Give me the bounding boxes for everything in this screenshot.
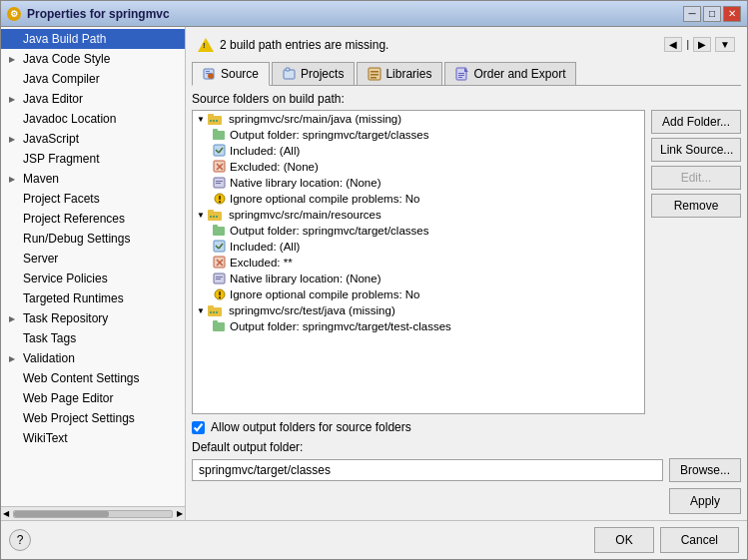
tree-item-label: Output folder: springmvc/target/classes xyxy=(230,225,428,237)
sidebar-item-service-policies[interactable]: Service Policies xyxy=(1,269,185,288)
sidebar-item-maven[interactable]: ▶ Maven xyxy=(1,169,185,189)
sidebar-item-javascript[interactable]: ▶ JavaScript xyxy=(1,129,185,149)
dialog-footer: ? OK Cancel xyxy=(1,520,747,559)
tree-item[interactable]: Ignore optional compile problems: No xyxy=(193,191,644,207)
svg-rect-9 xyxy=(371,77,376,79)
svg-rect-32 xyxy=(219,196,221,200)
compile-problems-icon xyxy=(213,192,227,206)
sidebar-item-validation[interactable]: ▶ Validation xyxy=(1,348,185,368)
sidebar-item-task-repository[interactable]: ▶ Task Repository xyxy=(1,308,185,328)
sidebar-item-web-content-settings[interactable]: Web Content Settings xyxy=(1,368,185,388)
tree-item[interactable]: Output folder: springmvc/target/classes xyxy=(193,127,644,143)
tree-item[interactable]: Output folder: springmvc/target/classes xyxy=(193,223,644,239)
tree-item[interactable]: Output folder: springmvc/target/test-cla… xyxy=(193,318,644,334)
tree-item[interactable]: Native library location: (None) xyxy=(193,175,644,191)
sidebar-item-web-page-editor[interactable]: Web Page Editor xyxy=(1,388,185,408)
maximize-button[interactable]: □ xyxy=(703,6,721,22)
output-folder-label: Default output folder: xyxy=(192,440,741,454)
sidebar-item-java-editor[interactable]: ▶ Java Editor xyxy=(1,89,185,109)
tab-projects[interactable]: Projects xyxy=(272,62,355,85)
order-export-tab-icon xyxy=(455,67,469,81)
toggle-icon: ▼ xyxy=(197,211,205,220)
tree-item[interactable]: Included: (All) xyxy=(193,239,644,255)
browse-button[interactable]: Browse... xyxy=(669,458,741,482)
svg-rect-54 xyxy=(208,305,214,309)
sidebar-item-java-code-style[interactable]: ▶ Java Code Style xyxy=(1,49,185,69)
tree-item[interactable]: Excluded: ** xyxy=(193,255,644,271)
title-bar-left: ⚙ Properties for springmvc xyxy=(7,7,170,21)
sidebar-item-task-tags[interactable]: Task Tags xyxy=(1,328,185,348)
tree-item-label: Native library location: (None) xyxy=(230,177,380,189)
tree-item[interactable]: ▼ springmvc/src/test/java (missing) xyxy=(193,302,644,318)
help-button[interactable]: ? xyxy=(9,529,31,551)
apply-button[interactable]: Apply xyxy=(669,488,741,514)
link-source-button[interactable]: Link Source... xyxy=(651,138,741,162)
sidebar-item-label: WikiText xyxy=(23,431,68,445)
tree-item[interactable]: Included: (All) xyxy=(193,143,644,159)
sidebar-item-java-compiler[interactable]: Java Compiler xyxy=(1,69,185,89)
scroll-right-icon[interactable]: ▶ xyxy=(177,509,183,518)
tree-item[interactable]: Native library location: (None) xyxy=(193,271,644,286)
tree-item[interactable]: ▼ springmvc/src/main/resources xyxy=(193,207,644,223)
sidebar-item-jsp-fragment[interactable]: JSP Fragment xyxy=(1,149,185,169)
sidebar-item-run-debug-settings[interactable]: Run/Debug Settings xyxy=(1,229,185,249)
remove-button[interactable]: Remove xyxy=(651,194,741,218)
cancel-button[interactable]: Cancel xyxy=(660,527,739,553)
output-folder-icon xyxy=(213,128,227,142)
sidebar-item-targeted-runtimes[interactable]: Targeted Runtimes xyxy=(1,288,185,308)
properties-dialog: ⚙ Properties for springmvc ─ □ ✕ Java Bu… xyxy=(0,0,748,560)
svg-rect-56 xyxy=(213,311,215,313)
sidebar-item-wikitext[interactable]: WikiText xyxy=(1,428,185,448)
output-folder-input[interactable] xyxy=(192,459,663,481)
nav-dropdown-button[interactable]: ▼ xyxy=(715,37,735,52)
action-buttons: Add Folder... Link Source... Edit... Rem… xyxy=(651,110,741,414)
included-icon xyxy=(213,144,227,158)
ok-button[interactable]: OK xyxy=(594,527,653,553)
footer-left: ? xyxy=(9,529,31,551)
close-button[interactable]: ✕ xyxy=(723,6,741,22)
sidebar-item-label: Run/Debug Settings xyxy=(23,232,130,246)
tab-source-label: Source xyxy=(221,67,259,81)
nav-back-button[interactable]: ◀ xyxy=(664,37,682,52)
sidebar: Java Build Path ▶ Java Code Style Java C… xyxy=(1,27,186,520)
allow-output-label: Allow output folders for source folders xyxy=(211,420,411,434)
scroll-left-icon[interactable]: ◀ xyxy=(3,509,9,518)
checkbox-row: Allow output folders for source folders xyxy=(192,420,741,434)
sidebar-hscrollbar[interactable]: ◀ ▶ xyxy=(1,506,185,520)
tab-order-export[interactable]: Order and Export xyxy=(444,62,576,85)
sidebar-item-web-project-settings[interactable]: Web Project Settings xyxy=(1,408,185,428)
tab-source[interactable]: Source xyxy=(192,62,270,86)
right-panel: 2 build path entries are missing. ◀ | ▶ … xyxy=(186,27,747,520)
edit-button[interactable]: Edit... xyxy=(651,166,741,190)
tree-item-label: springmvc/src/main/resources xyxy=(229,209,381,221)
tree-item-label: Excluded: (None) xyxy=(230,161,319,173)
tree-container[interactable]: ▼ springmvc/src/main/java (missing) xyxy=(192,110,645,414)
sidebar-item-java-build-path[interactable]: Java Build Path xyxy=(1,29,185,49)
footer-right: OK Cancel xyxy=(594,527,739,553)
title-bar: ⚙ Properties for springmvc ─ □ ✕ xyxy=(1,1,747,27)
sidebar-item-server[interactable]: Server xyxy=(1,249,185,269)
minimize-button[interactable]: ─ xyxy=(683,6,701,22)
allow-output-checkbox[interactable] xyxy=(192,421,205,434)
output-folder-icon xyxy=(213,224,227,238)
tree-item[interactable]: Ignore optional compile problems: No xyxy=(193,286,644,302)
svg-rect-8 xyxy=(371,74,378,76)
tree-item[interactable]: ▼ springmvc/src/main/java (missing) xyxy=(193,111,644,127)
svg-rect-2 xyxy=(206,71,210,72)
tab-libraries[interactable]: Libraries xyxy=(357,62,442,85)
sidebar-item-label: JavaScript xyxy=(23,132,79,146)
sidebar-item-label: Task Tags xyxy=(23,331,76,345)
svg-rect-16 xyxy=(208,114,214,118)
tree-item[interactable]: Excluded: (None) xyxy=(193,159,644,175)
sidebar-item-label: Javadoc Location xyxy=(23,112,116,126)
tree-item-label: Excluded: ** xyxy=(230,257,293,269)
toggle-icon: ▼ xyxy=(197,306,205,315)
svg-rect-30 xyxy=(216,183,221,184)
tree-item-label: springmvc/src/test/java (missing) xyxy=(229,304,395,316)
sidebar-item-javadoc-location[interactable]: Javadoc Location xyxy=(1,109,185,129)
sidebar-item-project-facets[interactable]: Project Facets xyxy=(1,189,185,209)
sidebar-item-project-references[interactable]: Project References xyxy=(1,209,185,229)
svg-rect-29 xyxy=(216,181,223,182)
add-folder-button[interactable]: Add Folder... xyxy=(651,110,741,134)
nav-forward-button[interactable]: ▶ xyxy=(693,37,711,52)
